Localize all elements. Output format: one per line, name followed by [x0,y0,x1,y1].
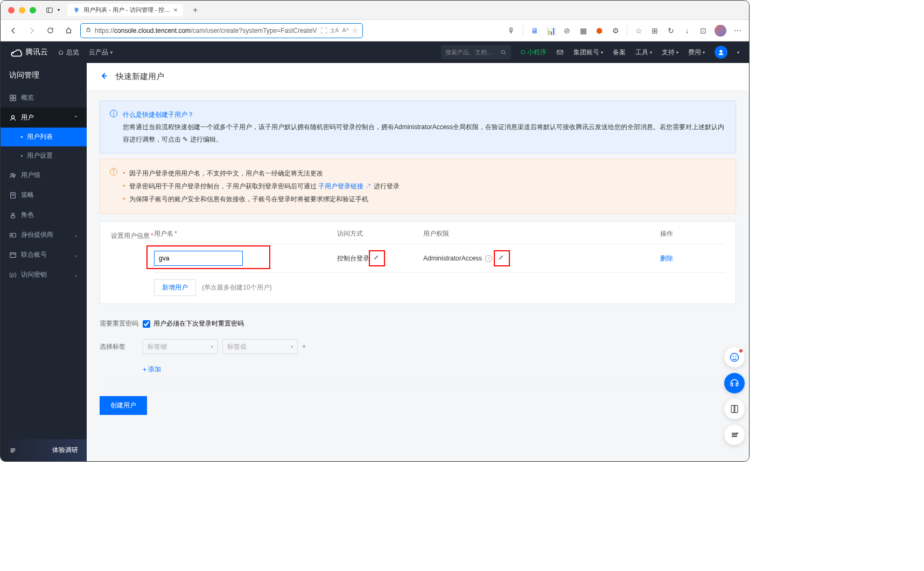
edit-permission-button[interactable] [498,254,506,263]
info-box: i 什么是快捷创建子用户？ 您将通过当前流程快速创建一个或多个子用户，该子用户默… [100,101,736,153]
svg-rect-9 [13,98,16,100]
highlight-box-username [146,245,270,269]
remove-tag-icon[interactable]: × [302,343,306,350]
create-user-button[interactable]: 创建用户 [100,396,147,415]
add-user-button[interactable]: 新增用户 [154,279,196,296]
sub-user-login-link[interactable]: 子用户登录链接 ↗ [318,182,372,190]
extensions-icon[interactable]: ⊡ [698,26,708,36]
sidebar-item-user-group[interactable]: 用户组 [1,165,87,185]
settings-icon[interactable]: ⚙ [611,26,620,36]
reader-icon[interactable]: ⛶ [320,27,327,34]
page-title: 快速新建用户 [116,72,164,82]
header-beian[interactable]: 备案 [613,48,626,57]
brand-logo[interactable]: 腾讯云 [10,46,48,58]
lock-icon [85,26,92,34]
edit-access-button[interactable] [373,254,381,263]
svg-point-26 [733,356,733,357]
warning-box: ! 因子用户登录使用用户名，不支持中文，用户名一经确定将无法更改 登录密码用于子… [100,159,736,214]
history-icon[interactable]: ↻ [666,26,676,36]
nav-back-button[interactable] [7,24,20,37]
support-button[interactable] [724,373,745,393]
ext-icon-1[interactable]: 🖥 [530,26,540,36]
menu-button[interactable] [724,425,745,445]
sidebar-item-overview[interactable]: 概览 [1,88,87,108]
svg-point-27 [736,356,736,357]
page-header: 快速新建用户 [87,63,749,90]
svg-point-11 [11,173,13,175]
highlight-box-access [369,250,385,266]
sidebar-toggle-icon[interactable] [46,6,53,14]
browser-toolbar: https://console.cloud.tencent.com/cam/us… [1,20,749,41]
warn-line-3: 为保障子账号的账户安全和信息有效接收，子账号在登录时将被要求绑定和验证手机 [123,193,400,206]
more-icon[interactable]: ⋯ [733,26,743,36]
sidebar-item-user[interactable]: 用户 ⌃ [1,108,87,128]
info-title: 什么是快捷创建子用户？ [123,109,726,121]
tag-key-select[interactable]: 标签键▾ [143,339,218,354]
minimize-window-btn[interactable] [19,7,25,13]
header-products[interactable]: 云产品 ▾ [89,48,113,57]
svg-rect-20 [10,252,16,257]
tag-value-select[interactable]: 标签值▾ [222,339,298,354]
docs-button[interactable] [724,399,745,419]
downloads-icon[interactable]: ↓ [682,26,692,36]
sidebar-item-federation[interactable]: 联合账号 ⌄ [1,245,87,265]
external-link-icon: ↗ [365,182,372,190]
reset-pwd-text: 用户必须在下次登录时重置密码 [153,319,244,328]
ext-icon-2[interactable]: 📊 [546,26,556,36]
reset-pwd-checkbox[interactable] [143,320,150,328]
text-size-icon[interactable]: Aᴬ [342,27,348,34]
svg-rect-17 [11,215,15,217]
sidebar-subitem-user-list[interactable]: 用户列表 [1,128,87,146]
favorite-icon[interactable]: ☆ [352,27,358,34]
highlight-box-permission [494,250,510,266]
warn-line-1: 因子用户登录使用用户名，不支持中文，用户名一经确定将无法更改 [123,167,400,180]
user-menu-chevron-icon[interactable]: ▾ [737,50,739,55]
header-mini-program[interactable]: 小程序 [521,48,547,57]
th-username: 用户名 [154,230,173,237]
table-header: 用户名* 访问方式 用户权限 操作 [154,229,725,244]
delete-user-link[interactable]: 删除 [660,255,673,262]
header-cost[interactable]: 费用▾ [688,48,705,57]
sidebar-footer[interactable]: 体验调研 [1,439,87,461]
svg-point-3 [501,50,505,53]
mic-icon[interactable]: 🎙 [507,26,516,36]
header-support[interactable]: 支持▾ [662,48,678,57]
nav-reload-button[interactable] [44,24,57,37]
header-account[interactable]: 集团账号▾ [573,48,603,57]
feedback-button[interactable] [724,347,745,368]
divider [100,384,736,384]
browser-tab[interactable]: 用户列表 - 用户 - 访问管理 - 控… × [67,4,183,16]
header-tools[interactable]: 工具▾ [635,48,652,57]
close-tab-icon[interactable]: × [173,6,178,14]
favorites-icon[interactable]: ☆ [634,26,643,36]
user-avatar[interactable] [715,46,727,59]
info-icon: i [110,110,117,117]
profile-avatar[interactable] [715,25,726,37]
header-messages-icon[interactable] [556,48,564,56]
sidebar-item-idp[interactable]: 身份提供商 ⌄ [1,225,87,245]
header-search[interactable]: 搜索产品、文档… [441,45,511,59]
ext-adblock-icon[interactable]: ⊘ [562,26,572,36]
svg-rect-2 [87,29,90,32]
nav-home-button[interactable] [62,24,75,37]
url-bar[interactable]: https://console.cloud.tencent.com/cam/us… [80,23,363,38]
sidebar-item-access-key[interactable]: (ρ) 访问密钥 ⌄ [1,265,87,285]
back-button[interactable] [100,72,108,82]
maximize-window-btn[interactable] [30,7,36,13]
ext-icon-5[interactable]: ⬢ [594,26,604,36]
chevron-down-icon[interactable]: ▾ [58,8,60,12]
permission-info-icon[interactable]: i [485,255,492,262]
nav-forward-button [25,24,38,37]
collections-icon[interactable]: ⊞ [650,26,660,36]
svg-rect-6 [10,95,12,97]
header-overview[interactable]: 总览 [58,48,79,57]
ext-icon-4[interactable]: ▦ [578,26,588,36]
close-window-btn[interactable] [8,7,15,13]
sidebar-item-policy[interactable]: 策略 [1,185,87,205]
translate-icon[interactable]: 文A [330,27,339,34]
new-tab-button[interactable]: + [193,5,198,15]
sidebar-subitem-user-settings[interactable]: 用户设置 [1,146,87,165]
add-tag-link[interactable]: +添加 [143,365,736,374]
sidebar-item-role[interactable]: 角色 [1,205,87,225]
svg-rect-4 [557,51,563,54]
